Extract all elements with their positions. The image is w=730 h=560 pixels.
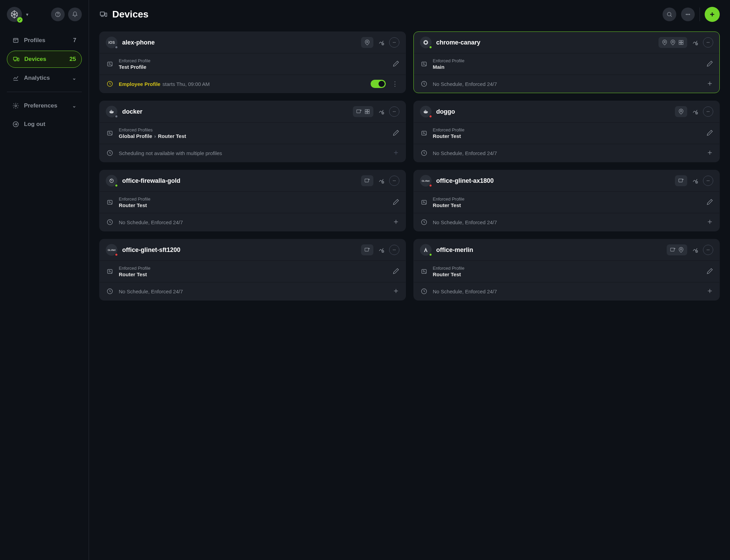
profile-text: Enforced ProfileRouter Test <box>119 266 388 277</box>
analytics-button[interactable] <box>376 176 386 186</box>
card-more-button[interactable] <box>389 176 399 186</box>
pin-icon <box>364 39 371 46</box>
nav-label: Profiles <box>24 37 45 44</box>
card-actions <box>353 106 399 117</box>
edit-profile-button[interactable] <box>393 268 399 276</box>
schedule-toggle[interactable] <box>371 80 386 88</box>
schedule-text: No Schedule, Enforced 24/7 <box>119 219 388 225</box>
analytics-button[interactable] <box>690 176 700 186</box>
card-more-button[interactable] <box>703 37 713 48</box>
search-icon <box>666 11 673 17</box>
badge-group[interactable] <box>675 175 687 186</box>
svg-point-39 <box>709 180 709 181</box>
profile-icon <box>106 198 114 206</box>
layout-icon <box>678 39 684 46</box>
nav-count: 7 <box>73 37 76 44</box>
badge-group[interactable] <box>675 106 687 117</box>
device-name[interactable]: doggo <box>436 108 670 115</box>
sidebar-item-preferences[interactable]: Preferences ⌄ <box>7 98 82 114</box>
device-card: chrome-canaryEnforced ProfileMainNo Sche… <box>413 31 720 93</box>
schedule-menu-button[interactable]: ⋮ <box>390 80 399 88</box>
notifications-button[interactable] <box>68 8 82 21</box>
chevron-down-icon[interactable]: ▾ <box>26 12 28 17</box>
schedule-when: starts Thu, 09:00 AM <box>163 81 210 87</box>
badge-group[interactable] <box>658 37 687 48</box>
edit-profile-button[interactable] <box>393 129 399 137</box>
profile-value: Router Test <box>433 271 702 277</box>
add-schedule-button[interactable] <box>706 288 713 295</box>
edit-profile-button[interactable] <box>393 199 399 206</box>
edit-profile-button[interactable] <box>706 268 713 276</box>
status-indicator <box>115 184 118 187</box>
nav-list: Profiles 7 Devices 25 Analytics ⌄ Prefer… <box>0 29 89 138</box>
svg-point-32 <box>708 111 708 112</box>
card-more-button[interactable] <box>389 106 399 117</box>
badge-group[interactable] <box>361 175 373 186</box>
analytics-button[interactable] <box>690 106 700 117</box>
device-name[interactable]: office-glinet-ax1800 <box>436 177 670 184</box>
add-schedule-button[interactable] <box>393 218 399 226</box>
analytics-button[interactable] <box>376 37 386 48</box>
add-device-icon <box>678 177 684 184</box>
profile-label: Enforced Profiles <box>119 127 388 132</box>
device-name[interactable]: office-merlin <box>436 246 662 254</box>
svg-point-38 <box>708 180 708 181</box>
card-more-button[interactable] <box>389 245 399 255</box>
more-button[interactable] <box>681 8 695 21</box>
sidebar-item-profiles[interactable]: Profiles 7 <box>7 32 82 49</box>
header-actions <box>663 7 720 22</box>
edit-profile-button[interactable] <box>706 60 713 68</box>
edit-profile-button[interactable] <box>706 199 713 206</box>
more-icon <box>685 11 691 17</box>
profile-label: Enforced Profile <box>433 58 702 63</box>
org-selector[interactable] <box>7 7 22 22</box>
edit-profile-button[interactable] <box>706 129 713 137</box>
add-device-button[interactable] <box>705 7 720 22</box>
add-schedule-button[interactable] <box>706 149 713 157</box>
search-button[interactable] <box>663 8 676 21</box>
logout-icon <box>12 121 19 128</box>
card-more-button[interactable] <box>703 106 713 117</box>
schedule-row: No Schedule, Enforced 24/7 <box>100 213 406 231</box>
badge-group[interactable] <box>353 106 373 117</box>
device-name[interactable]: docker <box>122 108 348 115</box>
device-name[interactable]: alex-phone <box>122 39 356 46</box>
device-name[interactable]: office-glinet-sft1200 <box>122 246 356 254</box>
edit-profile-button[interactable] <box>393 60 399 68</box>
add-device-icon <box>364 177 371 184</box>
sidebar-item-devices[interactable]: Devices 25 <box>7 51 82 68</box>
card-more-button[interactable] <box>389 37 399 48</box>
device-name[interactable]: chrome-canary <box>436 39 654 46</box>
analytics-button[interactable] <box>690 245 700 255</box>
badge-group[interactable] <box>361 37 373 48</box>
device-icon <box>420 37 432 48</box>
status-indicator <box>429 115 432 118</box>
sidebar-item-analytics[interactable]: Analytics ⌄ <box>7 70 82 86</box>
svg-point-34 <box>393 180 394 181</box>
device-card: office-firewalla-goldEnforced ProfileRou… <box>99 170 406 231</box>
org-status-check-icon <box>17 17 23 23</box>
add-schedule-button[interactable] <box>706 218 713 226</box>
analytics-button[interactable] <box>376 245 386 255</box>
add-schedule-button[interactable] <box>393 288 399 295</box>
badge-group[interactable] <box>361 244 373 255</box>
svg-point-24 <box>395 42 396 43</box>
add-schedule-button[interactable] <box>706 80 713 88</box>
card-more-button[interactable] <box>703 245 713 255</box>
svg-point-41 <box>394 250 395 250</box>
device-name[interactable]: office-firewalla-gold <box>122 177 356 184</box>
card-actions <box>667 244 713 255</box>
badge-group[interactable] <box>667 244 687 255</box>
help-button[interactable] <box>51 8 65 21</box>
svg-point-44 <box>708 250 708 250</box>
plus-icon <box>709 11 716 18</box>
analytics-button[interactable] <box>376 106 386 117</box>
svg-point-36 <box>395 180 396 181</box>
card-actions <box>361 175 399 186</box>
sidebar-item-logout[interactable]: Log out <box>7 116 82 132</box>
profile-row: Enforced ProfileMain <box>414 53 720 75</box>
card-more-button[interactable] <box>703 176 713 186</box>
analytics-button[interactable] <box>690 37 700 48</box>
device-grid: iOSalex-phoneEnforced ProfileTest Profil… <box>99 31 720 301</box>
card-actions <box>361 37 399 48</box>
